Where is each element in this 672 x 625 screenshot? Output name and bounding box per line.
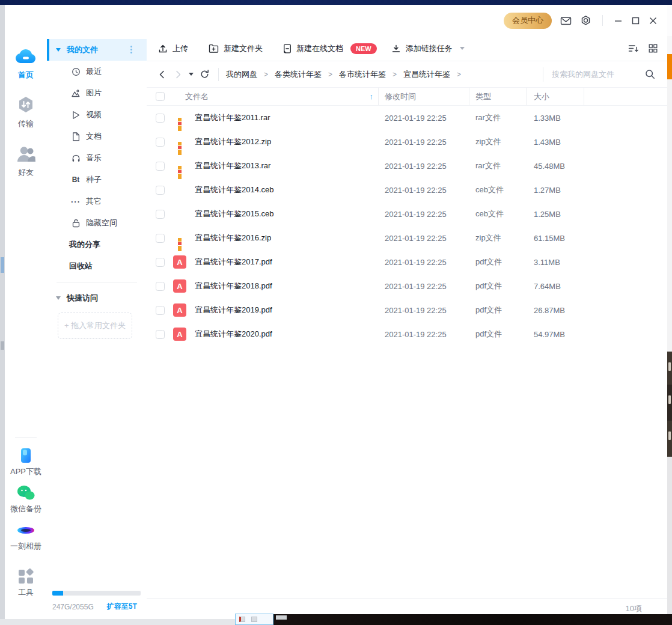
sort-order-icon[interactable]: [628, 44, 639, 53]
breadcrumb: 我的网盘 > 各类统计年鉴 > 各市统计年鉴 > 宜昌统计年鉴 >: [226, 69, 468, 80]
settings-gear-icon[interactable]: [580, 15, 591, 26]
rail-item-photo-album[interactable]: 一刻相册: [10, 522, 41, 552]
sidebar-item-music[interactable]: 音乐: [47, 147, 147, 169]
table-row[interactable]: 宜昌统计年鉴2017.pdf 2021-01-19 22:25 pdf文件 3.…: [147, 250, 667, 274]
search-icon[interactable]: [645, 69, 655, 79]
column-header-size[interactable]: 大小: [527, 88, 584, 105]
rail-bottom-group: APP下载 微信备份: [10, 438, 41, 606]
upload-label: 上传: [173, 43, 188, 54]
sidebar-item-quick-access[interactable]: 快捷访问: [47, 287, 147, 309]
file-name[interactable]: 宜昌统计年鉴2020.pdf: [191, 329, 379, 340]
sidebar-item-others[interactable]: ··· 其它: [47, 191, 147, 212]
sidebar-item-my-share[interactable]: 我的分享: [47, 234, 147, 255]
table-row[interactable]: 宜昌统计年鉴2013.rar 2021-01-19 22:25 rar文件 45…: [147, 154, 667, 178]
row-checkbox[interactable]: [156, 114, 165, 123]
rail-item-friends[interactable]: 好友: [16, 144, 35, 178]
row-checkbox[interactable]: [156, 258, 165, 267]
file-list: 宜昌统计年鉴2011.rar 2021-01-19 22:25 rar文件 1.…: [147, 106, 667, 598]
row-checkbox[interactable]: [156, 186, 165, 195]
row-checkbox[interactable]: [156, 138, 165, 147]
file-size: 1.25MB: [527, 210, 584, 219]
history-dropdown-icon[interactable]: [189, 73, 194, 76]
sidebar-item-pictures[interactable]: 图片: [47, 82, 147, 104]
row-checkbox[interactable]: [156, 234, 165, 243]
back-button[interactable]: [157, 70, 167, 79]
row-checkbox[interactable]: [156, 330, 165, 339]
sidebar-item-recycle-bin[interactable]: 回收站: [47, 255, 147, 277]
minimize-button[interactable]: [614, 16, 623, 25]
ellipsis-icon: ···: [71, 197, 81, 206]
table-row[interactable]: 宜昌统计年鉴2016.zip 2021-01-19 22:25 zip文件 61…: [147, 226, 667, 250]
file-name[interactable]: 宜昌统计年鉴2016.zip: [191, 233, 379, 243]
sidebar-item-my-files[interactable]: 我的文件: [47, 39, 147, 61]
grid-view-icon[interactable]: [649, 44, 658, 53]
file-name[interactable]: 宜昌统计年鉴2019.pdf: [191, 305, 379, 316]
sidebar-item-hidden-space[interactable]: 隐藏空间: [47, 212, 147, 234]
member-center-button[interactable]: 会员中心: [504, 13, 552, 29]
primary-rail: 首页 传输: [5, 5, 47, 619]
select-all-checkbox[interactable]: [156, 92, 165, 101]
table-row[interactable]: 宜昌统计年鉴2019.pdf 2021-01-19 22:25 pdf文件 26…: [147, 298, 667, 322]
mail-icon[interactable]: [560, 16, 572, 26]
file-name[interactable]: 宜昌统计年鉴2013.rar: [191, 160, 379, 171]
chevron-down-icon[interactable]: [460, 47, 465, 50]
row-checkbox[interactable]: [156, 306, 165, 315]
table-row[interactable]: 宜昌统计年鉴2011.rar 2021-01-19 22:25 rar文件 1.…: [147, 106, 667, 130]
breadcrumb-separator: >: [393, 70, 397, 79]
forward-button[interactable]: [173, 70, 183, 79]
file-name[interactable]: 宜昌统计年鉴2014.ceb: [191, 184, 379, 195]
sort-ascending-icon[interactable]: ↑: [370, 92, 374, 101]
upload-icon: [158, 44, 168, 53]
table-row[interactable]: 宜昌统计年鉴2015.ceb 2021-01-19 22:25 ceb文件 1.…: [147, 202, 667, 226]
sidebar-item-torrents[interactable]: Bt 种子: [47, 169, 147, 191]
breadcrumb-item[interactable]: 各市统计年鉴: [339, 69, 386, 80]
search-input[interactable]: [552, 70, 645, 79]
expand-storage-link[interactable]: 扩容至5T: [107, 602, 137, 612]
new-folder-button[interactable]: 新建文件夹: [209, 43, 263, 54]
add-link-task-button[interactable]: 添加链接任务: [391, 43, 465, 54]
row-checkbox[interactable]: [156, 210, 165, 219]
row-checkbox[interactable]: [156, 282, 165, 291]
upload-button[interactable]: 上传: [158, 43, 188, 54]
rail-divider: [15, 438, 37, 438]
file-modified-time: 2021-01-19 22:25: [379, 330, 469, 339]
breadcrumb-item[interactable]: 我的网盘: [226, 69, 257, 80]
table-row[interactable]: 宜昌统计年鉴2012.zip 2021-01-19 22:25 zip文件 1.…: [147, 130, 667, 154]
table-row[interactable]: 宜昌统计年鉴2018.pdf 2021-01-19 22:25 pdf文件 7.…: [147, 274, 667, 298]
sidebar-item-videos[interactable]: 视频: [47, 104, 147, 126]
file-name[interactable]: 宜昌统计年鉴2017.pdf: [191, 257, 379, 267]
wechat-icon: [17, 485, 35, 501]
table-row[interactable]: 宜昌统计年鉴2014.ceb 2021-01-19 22:25 ceb文件 1.…: [147, 178, 667, 202]
rail-item-transfer[interactable]: 传输: [17, 96, 35, 129]
file-name[interactable]: 宜昌统计年鉴2018.pdf: [191, 281, 379, 291]
row-checkbox[interactable]: [156, 162, 165, 171]
new-online-doc-button[interactable]: 新建在线文档: [283, 43, 343, 54]
rail-item-wechat-backup[interactable]: 微信备份: [10, 485, 41, 514]
table-row[interactable]: 宜昌统计年鉴2020.pdf 2021-01-19 22:25 pdf文件 54…: [147, 322, 667, 346]
chevron-down-icon[interactable]: [56, 48, 61, 52]
maximize-button[interactable]: [631, 16, 640, 25]
breadcrumb-item[interactable]: 宜昌统计年鉴: [403, 69, 450, 80]
column-header-name[interactable]: 文件名 ↑: [173, 88, 379, 105]
more-options-icon[interactable]: [130, 46, 132, 47]
column-header-time[interactable]: 修改时间: [379, 88, 469, 105]
file-name[interactable]: 宜昌统计年鉴2012.zip: [191, 136, 379, 147]
background-bottom-strip: [0, 619, 273, 625]
rail-item-app-download[interactable]: APP下载: [10, 448, 41, 477]
file-name[interactable]: 宜昌统计年鉴2015.ceb: [191, 209, 379, 219]
sidebar-item-documents[interactable]: 文档: [47, 126, 147, 147]
rail-item-home[interactable]: 首页: [15, 47, 37, 81]
file-size: 45.48MB: [527, 162, 584, 171]
drop-folder-hint[interactable]: + 拖入常用文件夹: [58, 312, 132, 339]
close-button[interactable]: [649, 16, 658, 25]
sidebar-label-others: 其它: [86, 196, 102, 207]
file-name[interactable]: 宜昌统计年鉴2011.rar: [191, 112, 379, 123]
sidebar-label-my-share: 我的分享: [69, 239, 100, 250]
column-header-type[interactable]: 类型: [469, 88, 527, 105]
rail-item-tools[interactable]: 工具: [18, 569, 34, 598]
refresh-icon[interactable]: [200, 69, 210, 79]
breadcrumb-item[interactable]: 各类统计年鉴: [275, 69, 322, 80]
sidebar-item-recent[interactable]: 最近: [47, 61, 147, 82]
file-type-label: pdf文件: [469, 329, 527, 340]
chevron-down-icon[interactable]: [56, 296, 61, 300]
